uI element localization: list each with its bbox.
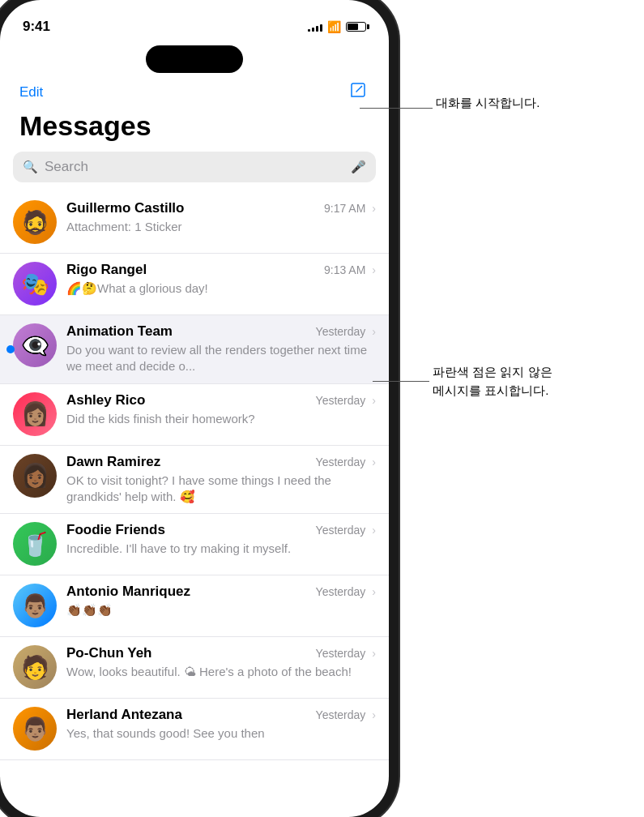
sender-name-antonio: Antonio Manriquez — [66, 584, 190, 600]
sender-name-rigo: Rigo Rangel — [66, 262, 147, 278]
message-item-dawn[interactable]: 👩🏾 Dawn Ramirez Yesterday › OK to visit … — [0, 446, 389, 515]
chevron-icon-dawn: › — [372, 456, 376, 468]
avatar-emoji-antonio: 👨🏽 — [21, 592, 49, 619]
nav-bar: Edit — [0, 73, 389, 107]
compose-icon — [349, 81, 367, 104]
message-preview-dawn: OK to visit tonight? I have some things … — [66, 473, 376, 506]
chevron-icon-rigo: › — [372, 263, 376, 276]
chevron-icon-pochun: › — [372, 647, 376, 660]
message-header-herland: Herland Antezana Yesterday › — [66, 707, 376, 723]
chevron-icon-herland: › — [372, 708, 376, 721]
message-time-ashley: Yesterday › — [316, 394, 376, 407]
status-time: 9:41 — [23, 19, 50, 35]
battery-icon — [346, 22, 366, 32]
avatar-antonio: 👨🏽 — [13, 584, 57, 627]
avatar-emoji-foodie: 🥤 — [21, 531, 49, 558]
message-item-animation-team[interactable]: 👁️‍🗨️ Animation Team Yesterday › Do you … — [0, 315, 389, 384]
avatar-rigo: 🎭 — [13, 262, 57, 306]
message-item-antonio[interactable]: 👨🏽 Antonio Manriquez Yesterday › 👏🏾👏🏾👏🏾 — [0, 575, 389, 637]
message-header-rigo: Rigo Rangel 9:13 AM › — [66, 262, 376, 278]
message-content-herland: Herland Antezana Yesterday › Yes, that s… — [66, 707, 376, 742]
avatar-emoji-rigo: 🎭 — [21, 271, 49, 297]
message-header-foodie: Foodie Friends Yesterday › — [66, 522, 376, 538]
message-preview-ashley: Did the kids finish their homework? — [66, 411, 376, 427]
message-time-antonio: Yesterday › — [316, 585, 376, 598]
avatar-emoji-pochun: 🧑 — [21, 654, 49, 681]
annotation-compose-text: 대화를 시작합니다. — [436, 96, 540, 111]
wifi-icon: 📶 — [327, 20, 341, 33]
avatar-ashley: 👩🏽 — [13, 392, 57, 436]
chevron-icon-ashley: › — [372, 394, 376, 407]
sender-name-pochun: Po-Chun Yeh — [66, 645, 151, 661]
message-time-herland: Yesterday › — [316, 708, 376, 721]
message-preview-animation-team: Do you want to review all the renders to… — [66, 342, 376, 375]
message-list: 🧔 Guillermo Castillo 9:17 AM › Attachmen… — [0, 192, 389, 760]
message-preview-foodie: Incredible. I'll have to try making it m… — [66, 541, 376, 557]
message-item-herland[interactable]: 👨🏽 Herland Antezana Yesterday › Yes, tha… — [0, 699, 389, 760]
chevron-icon-animation-team: › — [372, 325, 376, 338]
message-time-animation-team: Yesterday › — [316, 325, 376, 338]
annotation-compose-line-h — [360, 108, 433, 109]
search-bar[interactable]: 🔍 Search 🎤 — [13, 152, 376, 182]
message-content-ashley: Ashley Rico Yesterday › Did the kids fin… — [66, 392, 376, 427]
chevron-icon-antonio: › — [372, 585, 376, 598]
sender-name-ashley: Ashley Rico — [66, 392, 145, 408]
microphone-icon[interactable]: 🎤 — [351, 160, 366, 174]
status-bar: 9:41 📶 — [0, 0, 389, 42]
status-icons: 📶 — [308, 20, 366, 33]
sender-name-guillermo: Guillermo Castillo — [66, 200, 184, 216]
message-time-pochun: Yesterday › — [316, 647, 376, 660]
avatar-emoji-animation-team: 👁️‍🗨️ — [21, 332, 49, 359]
message-time-guillermo: 9:17 AM › — [324, 202, 376, 215]
avatar-emoji-dawn: 👩🏾 — [21, 462, 49, 489]
message-header-pochun: Po-Chun Yeh Yesterday › — [66, 645, 376, 661]
message-item-rigo[interactable]: 🎭 Rigo Rangel 9:13 AM › 🌈🤔What a gloriou… — [0, 254, 389, 315]
message-header-antonio: Antonio Manriquez Yesterday › — [66, 584, 376, 600]
message-header-animation-team: Animation Team Yesterday › — [66, 323, 376, 340]
message-item-pochun[interactable]: 🧑 Po-Chun Yeh Yesterday › Wow, looks bea… — [0, 637, 389, 699]
page-title: Messages — [0, 107, 389, 152]
message-item-ashley[interactable]: 👩🏽 Ashley Rico Yesterday › Did the kids … — [0, 384, 389, 446]
compose-button[interactable] — [347, 81, 369, 104]
message-content-dawn: Dawn Ramirez Yesterday › OK to visit ton… — [66, 454, 376, 506]
message-header-dawn: Dawn Ramirez Yesterday › — [66, 454, 376, 470]
message-content-antonio: Antonio Manriquez Yesterday › 👏🏾👏🏾👏🏾 — [66, 584, 376, 618]
message-content-rigo: Rigo Rangel 9:13 AM › 🌈🤔What a glorious … — [66, 262, 376, 297]
unread-dot — [6, 345, 15, 353]
message-header-ashley: Ashley Rico Yesterday › — [66, 392, 376, 408]
message-preview-herland: Yes, that sounds good! See you then — [66, 725, 376, 742]
message-item-foodie[interactable]: 🥤 Foodie Friends Yesterday › Incredible.… — [0, 514, 389, 575]
message-item-guillermo[interactable]: 🧔 Guillermo Castillo 9:17 AM › Attachmen… — [0, 192, 389, 254]
message-time-dawn: Yesterday › — [316, 456, 376, 468]
avatar-dawn: 👩🏾 — [13, 454, 57, 498]
avatar-emoji-guillermo: 🧔 — [21, 209, 49, 236]
chevron-icon-foodie: › — [372, 524, 376, 537]
avatar-animation-team: 👁️‍🗨️ — [13, 323, 57, 367]
annotation-unread-text: 파란색 점은 읽지 않은메시지를 표시합니다. — [433, 363, 552, 400]
sender-name-dawn: Dawn Ramirez — [66, 454, 160, 470]
battery-fill — [348, 24, 358, 30]
avatar-pochun: 🧑 — [13, 645, 57, 689]
avatar-guillermo: 🧔 — [13, 200, 57, 244]
search-placeholder: Search — [45, 159, 344, 175]
message-preview-guillermo: Attachment: 1 Sticker — [66, 219, 376, 235]
edit-button[interactable]: Edit — [19, 84, 43, 101]
chevron-icon-guillermo: › — [372, 202, 376, 215]
annotation-unread-line-h — [373, 381, 429, 382]
message-preview-rigo: 🌈🤔What a glorious day! — [66, 280, 376, 297]
dynamic-island — [146, 45, 243, 73]
message-preview-antonio: 👏🏾👏🏾👏🏾 — [66, 602, 376, 618]
phone-screen: 9:41 📶 Edit — [0, 0, 389, 817]
avatar-emoji-ashley: 👩🏽 — [21, 400, 49, 427]
message-header-guillermo: Guillermo Castillo 9:17 AM › — [66, 200, 376, 216]
sender-name-animation-team: Animation Team — [66, 323, 173, 340]
message-time-rigo: 9:13 AM › — [324, 263, 376, 276]
signal-bars-icon — [308, 22, 322, 32]
message-content-foodie: Foodie Friends Yesterday › Incredible. I… — [66, 522, 376, 557]
avatar-foodie: 🥤 — [13, 522, 57, 566]
message-time-foodie: Yesterday › — [316, 524, 376, 537]
message-content-animation-team: Animation Team Yesterday › Do you want t… — [66, 323, 376, 375]
message-preview-pochun: Wow, looks beautiful. 🌤 Here's a photo o… — [66, 664, 376, 680]
avatar-emoji-herland: 👨🏽 — [21, 716, 49, 742]
avatar-herland: 👨🏽 — [13, 707, 57, 751]
